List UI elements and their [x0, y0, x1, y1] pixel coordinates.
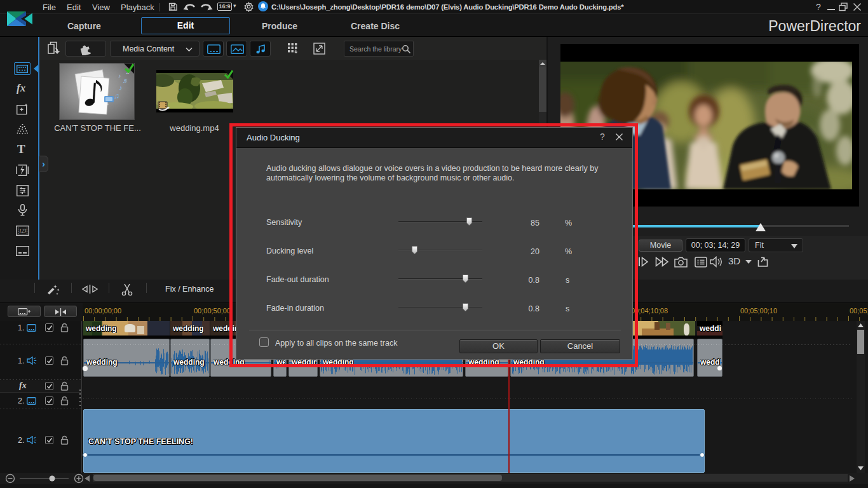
svg-text:♫: ♫ — [114, 92, 119, 100]
svg-text:♬: ♬ — [123, 77, 129, 84]
svg-text:♪: ♪ — [119, 84, 123, 92]
svg-text:123: 123 — [19, 228, 27, 234]
svg-text:♪: ♪ — [118, 73, 121, 79]
